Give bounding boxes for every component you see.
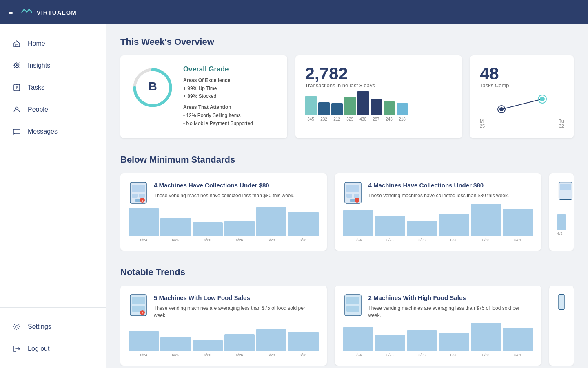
tasks-card: 48 Tasks Comp M 25 Tu — [470, 55, 574, 138]
insight-bar-date-label: 6/26 — [236, 238, 243, 242]
notable-card-1-title: 5 Machines With Low Food Sales — [154, 294, 319, 302]
svg-text:B: B — [148, 79, 157, 93]
partial-machine-icon — [557, 181, 566, 202]
attention-label: Areas That Attention — [183, 104, 277, 110]
below-min-card-1: ! 4 Machines Have Collections Under $80 … — [120, 173, 327, 251]
bar — [331, 103, 343, 115]
insight-bar — [288, 212, 318, 236]
partial-food-icon — [557, 294, 566, 312]
insight-bar-column: 6/31 — [503, 328, 533, 357]
insight-bar-date-label: 6/31 — [514, 238, 521, 242]
people-icon — [12, 105, 21, 114]
insight-bar-column: 6/24 — [343, 210, 373, 242]
sidebar-nav: HomeInsightsTasksPeopleMessages — [0, 24, 106, 307]
insight-bar — [471, 204, 501, 236]
insight-bar — [256, 207, 286, 236]
insight-bar-column: 6/28 — [471, 323, 501, 357]
svg-rect-42 — [559, 294, 564, 309]
bar-value-label: 287 — [373, 117, 379, 121]
insight-bar-column: 6/24 — [343, 327, 373, 357]
insight-bar — [375, 216, 405, 236]
bar-column: 287 — [371, 99, 382, 121]
day-tu-label: Tu — [559, 119, 564, 123]
attention-item-2: - No Mobile Payment Supported — [183, 120, 277, 128]
below-min-chart-1: 6/246/256/266/266/286/31 — [129, 210, 319, 242]
notable-chart-2: 6/246/256/266/266/286/31 — [343, 325, 533, 357]
insight-bar-column: 6/26 — [224, 334, 255, 357]
sidebar-item-people[interactable]: People — [0, 99, 106, 121]
insight-bar-column: 6/31 — [503, 209, 533, 242]
svg-rect-0 — [16, 44, 18, 47]
insight-bar-column: 6/28 — [471, 204, 501, 242]
menu-icon[interactable]: ≡ — [8, 8, 13, 17]
svg-rect-19 — [132, 185, 145, 192]
insight-bar — [160, 218, 191, 236]
tasks-number: 48 — [480, 65, 564, 82]
logo-icon — [21, 8, 33, 17]
below-min-row: ! 4 Machines Have Collections Under $80 … — [120, 173, 574, 251]
below-min-card-2-desc: These vending machines have collected le… — [368, 192, 509, 199]
excellence-label: Areas Of Excellence — [183, 77, 277, 83]
insight-bar — [375, 335, 405, 351]
insight-bar-column: 6/26 — [193, 340, 223, 357]
svg-text:!: ! — [356, 199, 357, 203]
day-monday: M 25 — [480, 119, 485, 128]
sidebar-item-settings[interactable]: Settings — [0, 316, 106, 338]
insight-bar-column: 6/31 — [288, 332, 318, 357]
insight-bar-date-label: 6/31 — [514, 353, 521, 357]
svg-text:!: ! — [142, 199, 143, 203]
insight-bar — [343, 327, 373, 351]
notable-card-1: ! 5 Machines With Low Food Sales These v… — [120, 286, 327, 366]
insight-bar — [224, 221, 255, 236]
logout-icon — [12, 344, 21, 353]
bar — [357, 91, 369, 115]
insight-bar-date-label: 6/25 — [386, 353, 394, 357]
sidebar-item-logout[interactable]: Log out — [0, 338, 106, 360]
insight-bar-column: 6/26 — [439, 214, 469, 242]
messages-label: Messages — [28, 128, 58, 135]
attention-item-1: - 12% Poorly Selling Items — [183, 112, 277, 119]
insight-bar-date-label: 6/24 — [140, 353, 147, 357]
transactions-bar-chart: 345232212329430287243218 — [305, 95, 453, 121]
bar-value-label: 430 — [359, 117, 366, 121]
sidebar-item-home[interactable]: Home — [0, 33, 106, 55]
bar-value-label: 218 — [399, 117, 406, 121]
sidebar-item-tasks[interactable]: Tasks — [0, 77, 106, 99]
notable-card-2-title: 2 Machines With High Food Sales — [368, 294, 533, 302]
messages-icon — [12, 127, 21, 136]
topbar: ≡ VIRTUALGM — [0, 0, 588, 24]
insight-bar-column: 6/24 — [129, 331, 159, 357]
grade-card: B Overall Grade Areas Of Excellence + 99… — [120, 55, 287, 138]
sidebar-item-messages[interactable]: Messages — [0, 121, 106, 143]
bar-value-label: 345 — [307, 117, 314, 121]
insight-bar-date-label: 6/25 — [172, 353, 180, 357]
insight-bar-date-label: 6/26 — [418, 353, 426, 357]
insight-bar-date-label: 6/26 — [418, 238, 426, 242]
bar-column: 329 — [344, 97, 356, 121]
insight-bar — [439, 333, 469, 351]
insight-bar — [160, 337, 191, 351]
insight-bar — [288, 332, 318, 351]
main-content: This Week's Overview B Overall Grade Are… — [106, 24, 588, 368]
insight-bar-column: 6/26 — [407, 330, 437, 357]
insight-bar-column: 6/31 — [288, 212, 318, 242]
sidebar-item-insights[interactable]: Insights — [0, 55, 106, 77]
bar-column: 218 — [397, 103, 408, 121]
home-label: Home — [28, 40, 45, 47]
insight-bar-date-label: 6/26 — [450, 353, 458, 357]
insight-bar-column: 6/28 — [256, 329, 286, 357]
tasks-icon — [12, 83, 21, 92]
tasks-label: Tasks — [28, 84, 44, 91]
insight-bar — [129, 208, 159, 236]
logout-label: Log out — [28, 345, 49, 353]
bar — [371, 99, 382, 115]
notable-title: Notable Trends — [120, 267, 574, 278]
svg-rect-20 — [132, 194, 138, 198]
insight-bar — [193, 222, 223, 236]
insight-bar — [439, 214, 469, 236]
insight-bar-column: 6/25 — [160, 218, 191, 242]
svg-point-9 — [16, 326, 18, 328]
vending-machine-icon-2: ! — [343, 181, 363, 204]
day-tuesday: Tu 32 — [559, 119, 564, 128]
svg-text:!: ! — [142, 311, 143, 315]
